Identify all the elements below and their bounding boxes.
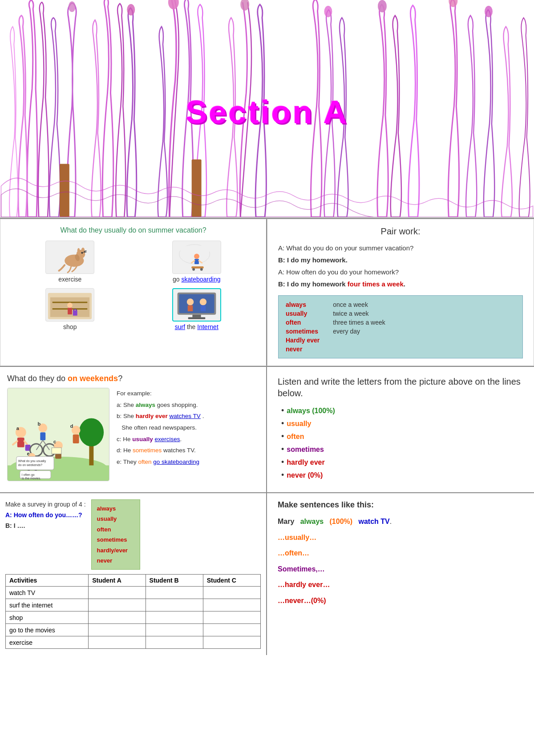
speaker-b1: B: I do my homework.: [278, 256, 348, 264]
svg-text:d: d: [70, 423, 73, 429]
example-d: d: He sometimes watches TV.: [117, 445, 204, 456]
listen-item-always: always (100%): [281, 406, 523, 415]
dialog-line-1: A: What do you do on your summer vacatio…: [278, 242, 523, 254]
cell-c5: [203, 636, 260, 649]
svg-point-46: [79, 418, 104, 446]
svg-line-18: [84, 252, 87, 253]
survey-title-text: Make a survey in group of 4 :: [5, 499, 86, 510]
svg-text:e: e: [27, 451, 30, 456]
weekends-title-end: ?: [118, 374, 122, 383]
cell-a2: [89, 599, 146, 611]
survey-table-header-row: Activities Student A Student B Student C: [6, 575, 261, 587]
kangaroo-image: [45, 241, 94, 274]
skateboarding-link: skateboarding: [182, 276, 221, 283]
sentence-hardly: …hardly ever…: [278, 579, 523, 591]
col-student-b: Student B: [146, 575, 203, 587]
survey-question: A: How often do you……?: [5, 510, 86, 521]
listen-item-sometimes: sometimes: [281, 445, 523, 454]
svg-point-1: [69, 1, 76, 12]
pair-work-title: Pair work:: [278, 226, 523, 237]
svg-rect-39: [200, 306, 206, 311]
svg-point-38: [199, 298, 206, 305]
sometimes-text: sometimes: [287, 446, 324, 454]
hardly-text: hardly ever: [287, 458, 324, 466]
example-pct: (100%): [330, 518, 353, 525]
activities-panel: What do they usually do on summer vacati…: [0, 219, 267, 366]
svg-rect-32: [68, 308, 72, 314]
svg-point-6: [378, 0, 387, 12]
sentence-often: …often…: [278, 547, 523, 559]
freq-often: often: [286, 319, 320, 326]
cell-b1: [146, 587, 203, 599]
table-row: exercise: [6, 636, 261, 649]
col-student-c: Student C: [203, 575, 260, 587]
activity-surf: surf the Internet: [136, 288, 258, 330]
svg-rect-60: [52, 448, 61, 454]
cell-a1: [89, 587, 146, 599]
sentences-title: Make sentences like this:: [278, 500, 523, 510]
section-title: Section A: [186, 94, 348, 130]
weekends-panel: What do they do on weekends?: [0, 366, 267, 492]
svg-text:I often go: I often go: [22, 473, 35, 477]
sentence-sometimes: Sometimes,…: [278, 563, 523, 575]
speaker-a2: A: How often do you do your homework?: [278, 268, 399, 276]
svg-rect-9: [60, 164, 69, 217]
freq-col-right: once a week twice a week three times a w…: [333, 301, 385, 353]
example-verb: watch TV: [358, 518, 389, 525]
svg-point-36: [187, 298, 194, 305]
skateboard-label: go skateboarding: [136, 276, 258, 283]
cell-c1: [203, 587, 260, 599]
sf-often: often: [97, 524, 134, 535]
sentences-panel: Make sentences like this: Mary always (1…: [267, 493, 534, 655]
header-banner: Section A: [0, 0, 534, 218]
table-row: surf the internet: [6, 599, 261, 611]
svg-rect-52: [40, 432, 45, 440]
cell-a3: [89, 611, 146, 624]
svg-rect-10: [192, 160, 202, 217]
shop-image: [45, 288, 94, 322]
svg-point-20: [180, 246, 195, 258]
listen-list: always (100%) usually often sometimes ha…: [278, 406, 523, 480]
listen-item-usually: usually: [281, 419, 523, 428]
freq-sometimes: sometimes: [286, 328, 320, 335]
weekends-content: a b c: [7, 388, 259, 481]
svg-rect-40: [192, 315, 201, 318]
svg-text:to the movies.: to the movies.: [22, 477, 41, 480]
svg-text:a: a: [16, 426, 20, 431]
svg-text:b: b: [37, 421, 40, 426]
svg-rect-23: [194, 259, 199, 264]
skateboard-image: [172, 241, 221, 274]
survey-table-head: Activities Student A Student B Student C: [6, 575, 261, 587]
svg-rect-48: [17, 438, 24, 447]
sentence-never: …never…(0%): [278, 595, 523, 607]
dialog-line-2: B: I do my homework.: [278, 254, 523, 266]
row-exercise: exercise: [6, 636, 89, 649]
example-a: a: She always goes shopping.: [117, 399, 204, 411]
cell-b4: [146, 624, 203, 636]
example-always: always: [300, 518, 324, 525]
freq-always: always: [286, 301, 320, 308]
often-text: often: [287, 433, 304, 441]
table-row: watch TV: [6, 587, 261, 599]
listen-item-hardly: hardly ever: [281, 458, 523, 467]
cell-a4: [89, 624, 146, 636]
sometimes-sentence: Sometimes,…: [278, 565, 325, 573]
speaker-a1: A: What do you do on your summer vacatio…: [278, 244, 413, 252]
svg-point-8: [485, 6, 493, 17]
pair-work-panel: Pair work: A: What do you do on your sum…: [267, 219, 534, 366]
table-row: go to the movies: [6, 624, 261, 636]
survey-instructions: Make a survey in group of 4 : A: How oft…: [5, 499, 86, 531]
often-sentence: …often…: [278, 549, 309, 557]
freq-three: three times a week: [333, 319, 385, 326]
table-row: shop: [6, 611, 261, 624]
four-times: four times a week: [348, 280, 404, 288]
listen-item-often: often: [281, 432, 523, 441]
listen-panel: Listen and write the letters from the pi…: [267, 366, 534, 492]
freq-everyday: every day: [333, 328, 385, 335]
surf-link: surf: [175, 323, 185, 330]
example-name: Mary: [278, 518, 294, 525]
dialog-line-4: B: I do my homework four times a week.: [278, 278, 523, 290]
pair-work-dialog: A: What do you do on your summer vacatio…: [278, 242, 523, 290]
activity-skateboard: go skateboarding: [136, 241, 258, 283]
svg-rect-63: [73, 434, 79, 443]
